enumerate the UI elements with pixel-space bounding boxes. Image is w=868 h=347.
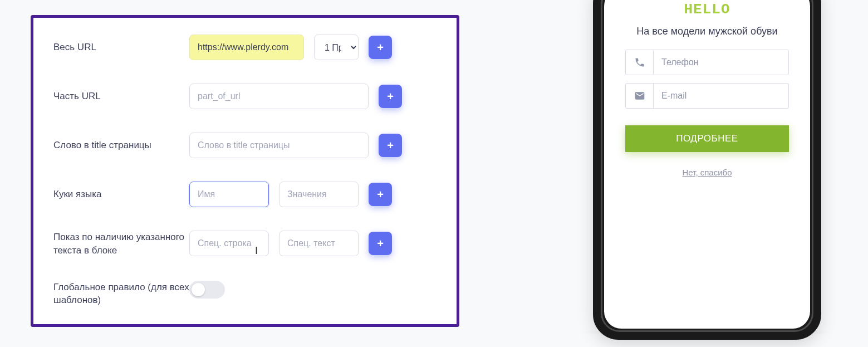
popup-subtitle: На все модели мужской обуви <box>624 25 790 38</box>
global-rule-label: Глобальное правило (для всех шаблонов) <box>53 281 189 307</box>
full-url-label: Весь URL <box>53 41 189 54</box>
learn-more-button[interactable]: ПОДРОБНЕЕ <box>625 125 789 152</box>
row-part-url: Часть URL + <box>53 84 437 109</box>
plus-icon: + <box>377 41 384 53</box>
phone-screen: HELLO На все модели мужской обуви Телефо… <box>604 0 810 329</box>
phone-input[interactable]: Телефон <box>625 50 789 75</box>
add-title-word-button[interactable]: + <box>379 134 402 157</box>
global-rule-toggle[interactable] <box>189 281 225 299</box>
title-word-input[interactable] <box>189 133 369 158</box>
url-rules-form: Весь URL 1 Пр. + Часть URL + Слово в tit… <box>31 15 459 327</box>
full-url-input[interactable] <box>189 35 304 60</box>
phone-icon <box>626 50 654 75</box>
phone-inner-border: HELLO На все модели мужской обуви Телефо… <box>601 0 813 332</box>
add-text-block-button[interactable]: + <box>369 232 392 255</box>
row-text-block: Показ по наличию указанного текста в бло… <box>53 231 437 257</box>
row-lang-cookie: Куки языка + <box>53 182 437 207</box>
spec-string-input[interactable] <box>189 231 269 256</box>
cookie-value-input[interactable] <box>279 182 359 207</box>
popup-title: HELLO <box>604 1 810 18</box>
dismiss-link[interactable]: Нет, спасибо <box>683 168 732 177</box>
plus-icon: + <box>377 188 384 201</box>
row-title-word: Слово в title страницы + <box>53 133 437 158</box>
part-url-input[interactable] <box>189 84 369 109</box>
email-placeholder: E-mail <box>654 84 788 108</box>
plus-icon: + <box>387 139 394 151</box>
add-full-url-button[interactable]: + <box>369 36 392 59</box>
text-in-block-label: Показ по наличию указанного текста в бло… <box>53 231 189 257</box>
row-full-url: Весь URL 1 Пр. + <box>53 35 437 60</box>
email-icon <box>626 84 654 108</box>
cookie-name-input[interactable] <box>189 182 269 207</box>
plus-icon: + <box>377 237 384 250</box>
plus-icon: + <box>387 90 394 102</box>
rule-count-select[interactable]: 1 Пр. <box>314 35 359 60</box>
row-global-rule: Глобальное правило (для всех шаблонов) <box>53 281 437 307</box>
lang-cookie-label: Куки языка <box>53 188 189 201</box>
toggle-knob <box>192 283 205 296</box>
add-cookie-button[interactable]: + <box>369 183 392 206</box>
spec-text-input[interactable] <box>279 231 359 256</box>
title-word-label: Слово в title страницы <box>53 139 189 152</box>
phone-placeholder: Телефон <box>654 50 788 75</box>
phone-mockup: HELLO На все модели мужской обуви Телефо… <box>593 0 821 340</box>
add-part-url-button[interactable]: + <box>379 85 402 108</box>
email-input[interactable]: E-mail <box>625 83 789 109</box>
part-url-label: Часть URL <box>53 90 189 103</box>
